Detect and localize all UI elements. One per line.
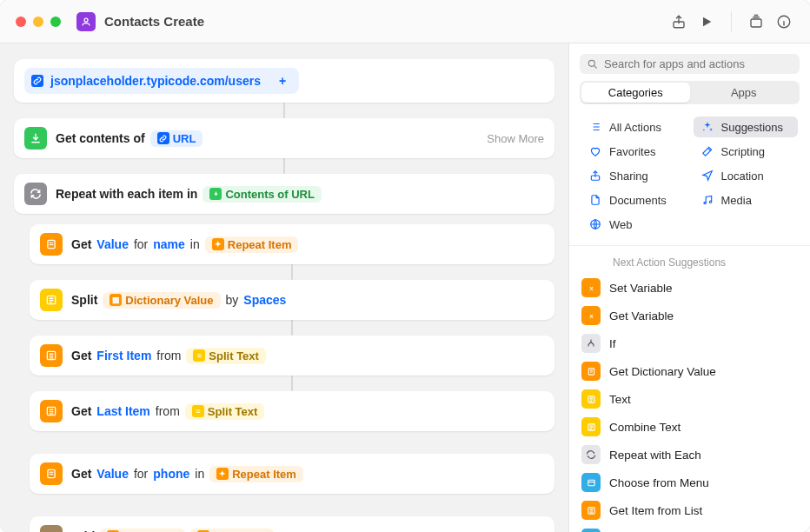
action-url[interactable]: jsonplaceholder.typicode.com/users + xyxy=(14,59,554,103)
param-value[interactable]: Value xyxy=(96,467,129,481)
category-media[interactable]: Media xyxy=(694,190,799,210)
param-value[interactable]: Value xyxy=(96,237,129,251)
minimize-button[interactable] xyxy=(33,17,43,27)
repeat-icon xyxy=(581,445,601,464)
token-repeat-item[interactable]: ✦ Repeat Item xyxy=(209,466,303,482)
category-suggestions[interactable]: Suggestions xyxy=(694,116,799,137)
app-icon xyxy=(76,12,96,31)
category-documents[interactable]: Documents xyxy=(581,190,687,210)
text-icon xyxy=(581,417,601,436)
action-add-contact[interactable]: Add x FirstName x LastName to Contacts S… xyxy=(30,516,554,532)
suggestion-set-variable[interactable]: xSet Variable xyxy=(569,274,810,302)
x-icon: x xyxy=(581,278,601,297)
text-icon xyxy=(40,289,63,311)
info-button[interactable] xyxy=(770,10,798,34)
zoom-button[interactable] xyxy=(50,17,61,27)
search-input[interactable] xyxy=(604,57,793,70)
param-first-item[interactable]: First Item xyxy=(96,349,151,362)
menu-icon xyxy=(581,529,601,532)
suggestion-text[interactable]: Text xyxy=(569,385,810,413)
download-icon xyxy=(209,188,222,200)
category-all-actions[interactable]: All Actions xyxy=(581,116,687,137)
action-get-dictionary-value[interactable]: Get Value for name in ✦ Repeat Item xyxy=(30,224,554,264)
repeat-body: Get Value for name in ✦ Repeat Item xyxy=(14,224,554,532)
token-lastname[interactable]: x LastName xyxy=(190,529,274,533)
token-split-text[interactable]: ≡ Split Text xyxy=(185,403,265,420)
param-separator[interactable]: Spaces xyxy=(243,293,286,307)
repeat-icon xyxy=(24,183,47,205)
category-sharing[interactable]: Sharing xyxy=(581,165,687,186)
segmented-control[interactable]: Categories Apps xyxy=(580,81,800,104)
dictionary-icon xyxy=(40,233,63,256)
globe-icon xyxy=(588,217,602,231)
param-key[interactable]: phone xyxy=(153,467,189,481)
variable-icon: ✦ xyxy=(212,238,224,250)
suggestion-get-item-from-list[interactable]: Get Item from List xyxy=(569,496,810,524)
doc-icon xyxy=(588,193,602,207)
menu-icon xyxy=(581,473,601,492)
add-url-button[interactable]: + xyxy=(273,71,292,90)
dictionary-icon xyxy=(40,462,63,485)
suggestion-get-dictionary-value[interactable]: Get Dictionary Value xyxy=(569,357,810,385)
text-icon xyxy=(581,389,601,409)
suggestion-get-variable[interactable]: xGet Variable xyxy=(569,302,810,329)
svg-rect-11 xyxy=(50,472,54,473)
svg-point-17 xyxy=(709,201,711,203)
category-favorites[interactable]: Favorites xyxy=(581,141,687,162)
list-icon xyxy=(581,501,601,520)
suggestion-combine-text[interactable]: Combine Text xyxy=(569,413,810,441)
action-get-item-from-list[interactable]: Get Last Item from ≡ Split Text xyxy=(30,391,554,431)
show-more[interactable]: Show More xyxy=(487,132,544,145)
suggestion-choose-from-list[interactable]: Choose from List xyxy=(569,524,810,532)
svg-rect-5 xyxy=(50,243,54,243)
param-key[interactable]: name xyxy=(153,237,185,251)
search-field[interactable] xyxy=(580,54,800,74)
text-icon: ≡ xyxy=(192,405,204,417)
titlebar: Contacts Create xyxy=(0,0,810,43)
token-url[interactable]: URL xyxy=(150,130,203,147)
token-repeat-item[interactable]: ✦ Repeat Item xyxy=(205,236,299,253)
svg-point-14 xyxy=(588,60,594,66)
svg-rect-6 xyxy=(50,244,54,245)
token-split-text[interactable]: ≡ Split Text xyxy=(186,348,266,364)
close-button[interactable] xyxy=(16,17,26,27)
run-button[interactable] xyxy=(693,10,720,34)
music-icon xyxy=(700,193,714,207)
action-split-text[interactable]: Split ▦ Dictionary Value by Spaces xyxy=(30,280,554,320)
share-button[interactable] xyxy=(665,10,693,34)
category-scripting[interactable]: Scripting xyxy=(694,141,799,162)
action-get-item-from-list[interactable]: Get First Item from ≡ Split Text xyxy=(30,336,554,376)
suggestions-header: Next Action Suggestions xyxy=(569,246,810,274)
dict-icon xyxy=(581,362,601,381)
link-icon xyxy=(157,132,169,144)
share-icon xyxy=(588,169,602,183)
segment-apps[interactable]: Apps xyxy=(690,83,799,103)
svg-rect-24 xyxy=(588,480,594,485)
window-controls xyxy=(16,17,61,27)
link-icon xyxy=(31,75,43,87)
token-firstname[interactable]: x FirstName xyxy=(100,529,185,533)
action-get-dictionary-value[interactable]: Get Value for phone in ✦ Repeat Item xyxy=(30,454,554,494)
library-button[interactable] xyxy=(742,10,770,34)
wand-icon xyxy=(700,144,714,158)
action-get-contents[interactable]: Get contents of URL Show More xyxy=(14,118,554,158)
x-icon: x xyxy=(581,306,601,325)
svg-rect-12 xyxy=(50,474,54,475)
suggestions-list: xSet VariablexGet VariableIfGet Dictiona… xyxy=(569,274,810,532)
suggestion-choose-from-menu[interactable]: Choose from Menu xyxy=(569,469,810,496)
branch-icon xyxy=(581,334,601,353)
search-icon xyxy=(587,58,599,70)
list-icon xyxy=(588,120,602,134)
segment-categories[interactable]: Categories xyxy=(581,83,690,103)
action-repeat[interactable]: Repeat with each item in Contents of URL xyxy=(14,174,554,214)
token-contents-of-url[interactable]: Contents of URL xyxy=(202,186,322,203)
suggestion-if[interactable]: If xyxy=(569,329,810,357)
nav-icon xyxy=(700,169,714,183)
suggestion-repeat-with-each[interactable]: Repeat with Each xyxy=(569,441,810,469)
token-dictionary-value[interactable]: ▦ Dictionary Value xyxy=(103,292,220,309)
dictionary-icon: ▦ xyxy=(110,294,122,306)
category-location[interactable]: Location xyxy=(694,165,799,186)
workflow-editor[interactable]: jsonplaceholder.typicode.com/users + Get… xyxy=(0,43,568,532)
param-last-item[interactable]: Last Item xyxy=(96,404,149,418)
category-web[interactable]: Web xyxy=(581,214,687,235)
